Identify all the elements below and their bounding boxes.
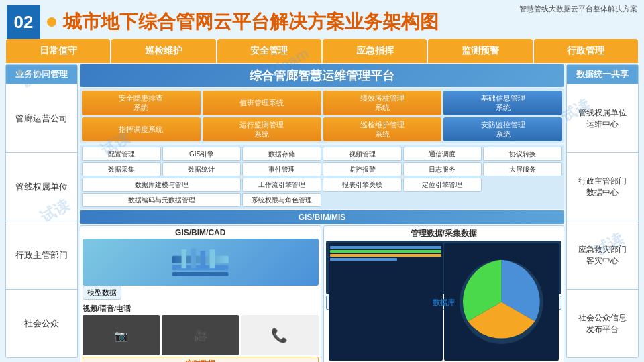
gis-bim-cad-title: GIS/BIM/CAD [83, 228, 319, 237]
left-panel-title: 业务协同管理 [6, 65, 77, 84]
page-title: 城市地下综合管网云平台解决方案业务架构图 [63, 9, 439, 35]
func-1: GIS引擎 [162, 147, 241, 161]
func-17: 系统权限与角色管理 [242, 193, 321, 207]
header-dot [47, 17, 56, 27]
left-item-2: 行政主管部门 [6, 221, 77, 289]
mgmt-data-title: 管理数据/采集数据 [326, 228, 562, 239]
right-panel: 数据统一共享 管线权属单位运维中心 行政主管部门数据中心 应急救灾部门客灾中心 … [566, 64, 639, 358]
svg-rect-5 [201, 251, 205, 268]
realtime-label: 实时数据 [83, 357, 319, 362]
right-item-3: 社会公众信息发布平台 [567, 289, 638, 357]
left-item-0: 管廊运营公司 [6, 84, 77, 152]
sys-5: 运行监测管理系统 [203, 117, 321, 142]
func-6: 数据采集 [82, 162, 161, 176]
model-data-label: 模型数据 [83, 286, 121, 300]
center-panel: 综合管廊智慧运维管理平台 安全隐患排查系统 值班管理系统 绩效考核管理系统 基础… [80, 64, 564, 358]
func-13: 工作流引擎管理 [242, 178, 321, 192]
svg-rect-2 [172, 272, 229, 276]
nav-item-0[interactable]: 日常值守 [6, 39, 110, 63]
pie-chart [445, 245, 557, 359]
left-item-3: 社会公众 [6, 289, 77, 357]
sys-0: 安全隐患排查系统 [82, 90, 201, 115]
system-grid: 安全隐患排查系统 值班管理系统 绩效考核管理系统 基础信息管理系统 指挥调度系统… [80, 88, 564, 143]
svg-rect-4 [191, 249, 196, 269]
func-14: 报表引擎关联 [323, 178, 402, 192]
func-2: 数据存储 [242, 147, 321, 161]
nav-item-2[interactable]: 安全管理 [217, 39, 321, 63]
func-3: 视频管理 [323, 147, 402, 161]
3d-model-svg [106, 243, 294, 281]
slide-number: 02 [7, 5, 40, 39]
bottom-data: GIS/BIM/CAD [80, 225, 564, 362]
func-4: 通信调度 [403, 147, 482, 161]
main-content: 日常值守 巡检维护 安全管理 应急指挥 监测预警 行政管理 业务协同管理 管廊运… [5, 39, 639, 358]
nav-item-5[interactable]: 行政管理 [534, 39, 638, 63]
right-item-0: 管线权属单位运维中心 [567, 84, 638, 152]
sys-3: 基础信息管理系统 [443, 90, 562, 115]
func-12: 数据库建模与管理 [82, 178, 241, 192]
func-5: 协议转换 [483, 147, 562, 161]
func-15: 定位引擎管理 [403, 178, 482, 192]
bar-4 [330, 258, 397, 261]
screen-panel-2 [444, 243, 559, 361]
bar-2 [330, 250, 442, 253]
nav-item-1[interactable]: 巡检维护 [111, 39, 215, 63]
left-item-1: 管线权属单位 [6, 152, 77, 221]
nav-item-3[interactable]: 应急指挥 [323, 39, 427, 63]
header: 02 城市地下综合管网云平台解决方案业务架构图 [0, 0, 644, 39]
content-row: 业务协同管理 管廊运营公司 管线权属单位 行政主管部门 社会公众 综合管廊智慧运… [5, 64, 639, 358]
func-10: 日志服务 [403, 162, 482, 176]
svg-rect-6 [210, 250, 215, 269]
sys-6: 巡检维护管理系统 [323, 117, 442, 142]
bar-3 [330, 254, 442, 257]
svg-rect-3 [182, 250, 186, 269]
gis-label: GIS/BIM/MIS [80, 210, 564, 224]
model-visual [83, 239, 319, 286]
right-panel-title: 数据统一共享 [567, 65, 638, 84]
video-thumb-2: 🎥 [162, 315, 239, 355]
phone-visual: 📞 [241, 315, 318, 355]
screen-visual: 数据列表 名称类型状态值 管道A压力正常0.8 管道B温度警告85° 管道C流量… [326, 241, 562, 294]
sys-2: 绩效考核管理系统 [323, 90, 442, 115]
func-0: 配置管理 [82, 147, 161, 161]
sys-1: 值班管理系统 [203, 90, 321, 115]
video-area: 📷 🎥 📞 [83, 315, 319, 355]
func-9: 监控报警 [323, 162, 402, 176]
right-item-2: 应急救灾部门客灾中心 [567, 221, 638, 289]
func-16: 数据编码与元数据管理 [82, 193, 241, 207]
platform-title: 综合管廊智慧运维管理平台 [80, 64, 564, 87]
data-card-right: 管理数据/采集数据 [323, 225, 565, 362]
video-section-label: 视频/语音/电话 [83, 304, 319, 314]
video-thumb-1: 📷 [83, 315, 160, 355]
left-panel: 业务协同管理 管廊运营公司 管线权属单位 行政主管部门 社会公众 [5, 64, 78, 358]
func-11: 大屏服务 [483, 162, 562, 176]
sys-7: 安防监控管理系统 [443, 117, 562, 142]
func-grid: 配置管理 GIS引擎 数据存储 视频管理 通信调度 协议转换 数据采集 数据统计… [80, 145, 564, 209]
right-item-1: 行政主管部门数据中心 [567, 152, 638, 221]
sys-4: 指挥调度系统 [82, 117, 201, 142]
screen-panel-1 [329, 243, 443, 361]
nav-item-4[interactable]: 监测预警 [428, 39, 532, 63]
data-card-left: GIS/BIM/CAD [80, 225, 321, 362]
bar-1 [330, 246, 442, 249]
func-7: 数据统计 [162, 162, 241, 176]
top-nav: 日常值守 巡检维护 安全管理 应急指挥 监测预警 行政管理 [5, 39, 639, 63]
func-8: 事件管理 [242, 162, 321, 176]
